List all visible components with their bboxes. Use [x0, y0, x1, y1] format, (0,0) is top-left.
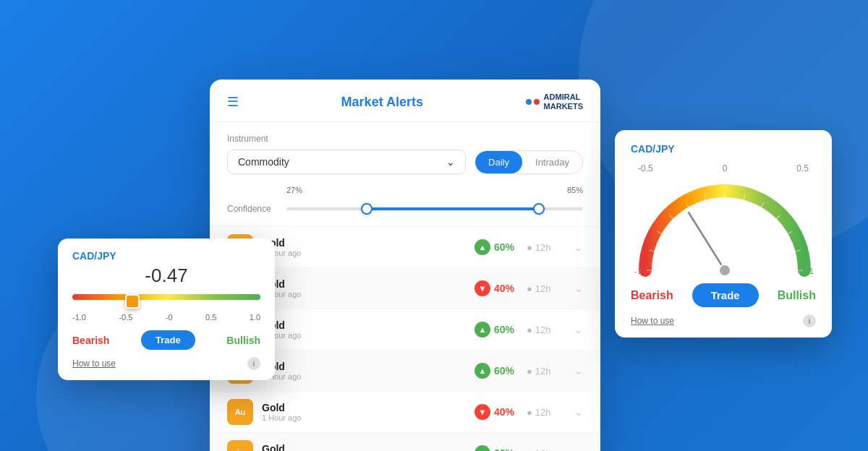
duration-value: 12h [535, 242, 551, 253]
bearish-label: Bearish [72, 335, 109, 346]
info-icon-large[interactable]: i [803, 314, 816, 327]
info-icon-small[interactable]: i [247, 357, 260, 370]
confidence-values: 27% 85% [286, 186, 583, 194]
instrument-select[interactable]: Commodity ⌄ [227, 150, 466, 174]
confidence-slider[interactable] [286, 202, 583, 216]
cad-bar-track [72, 294, 260, 300]
duration-value: 12h [535, 283, 551, 294]
clock-icon: ● [527, 448, 532, 451]
how-to-use-link-large[interactable]: How to use [631, 316, 674, 326]
trade-button-small[interactable]: Trade [141, 330, 195, 350]
clock-icon: ● [527, 325, 532, 335]
duration-value: 12h [535, 407, 551, 418]
panel-body: Instrument Commodity ⌄ Daily Intraday 27… [210, 122, 600, 216]
alert-info: Gold 1 Hour ago [262, 237, 466, 257]
cad-large-actions: Bearish Trade Bullish [631, 283, 816, 307]
alert-badge: Au [227, 399, 253, 425]
scale-label: -0.5 [119, 313, 132, 322]
gauge-bearish-label: Bearish [631, 289, 673, 302]
gauge-labels-top: -0.5 0 0.5 [631, 163, 816, 173]
alert-signal-up: ▲ 60% [475, 322, 518, 338]
cad-card-small: CAD/JPY -0.47 -1.0 -0.5 -0 0.5 1.0 Beari… [58, 239, 275, 380]
table-row: Au Gold 1 Hour ago ▼ 40% ● 12h ⌄ [210, 392, 600, 433]
alert-name: Gold [262, 361, 466, 372]
svg-text:-1: -1 [634, 267, 642, 275]
row-chevron-icon[interactable]: ⌄ [574, 365, 583, 377]
panel-title: Market Alerts [341, 95, 423, 110]
admiral-logo: ADMIRAL MARKETS [526, 93, 583, 111]
admiral-dot-blue [526, 99, 532, 105]
gauge-label-zero: 0 [723, 163, 728, 173]
signal-value: 60% [494, 324, 514, 335]
alert-name: Gold [262, 237, 466, 249]
confidence-label: Confidence [227, 204, 278, 214]
alert-time: 1 Hour ago [262, 372, 466, 381]
signal-value: 40% [494, 406, 514, 418]
instrument-row: Commodity ⌄ Daily Intraday [227, 150, 583, 174]
clock-icon: ● [527, 407, 532, 418]
cad-small-footer: How to use i [72, 357, 260, 370]
cad-small-title: CAD/JPY [72, 250, 260, 262]
cad-small-value: -0.47 [72, 265, 260, 287]
scale-label: 1.0 [250, 313, 260, 322]
period-daily-button[interactable]: Daily [475, 151, 522, 173]
signal-up-icon: ▲ [475, 322, 490, 338]
duration-value: 12h [535, 325, 551, 335]
slider-track [286, 207, 583, 210]
alert-info: Gold 1 Hour ago [262, 361, 466, 381]
admiral-dots [526, 99, 540, 105]
slider-thumb-right[interactable] [533, 203, 545, 215]
row-chevron-icon[interactable]: ⌄ [574, 283, 583, 294]
alert-time: 1 Hour ago [262, 290, 466, 298]
duration-value: 12h [535, 448, 551, 451]
slider-thumb-left[interactable] [361, 203, 373, 215]
clock-icon: ● [527, 283, 532, 294]
signal-up-icon: ▲ [475, 239, 490, 255]
svg-line-15 [689, 212, 725, 270]
alert-name: Gold [262, 443, 466, 451]
alert-duration: ● 12h [527, 366, 563, 377]
filter-icon[interactable]: ☰ [227, 94, 239, 110]
cad-bar-thumb [125, 294, 140, 309]
signal-value: 60% [494, 365, 514, 377]
alert-signal-down: ▼ 40% [475, 280, 518, 296]
alert-signal-up: ▲ 60% [475, 445, 518, 451]
alert-info: Gold 1 Hour ago [262, 402, 466, 422]
cad-large-footer: How to use i [631, 314, 816, 327]
duration-value: 12h [535, 366, 551, 377]
clock-icon: ● [527, 366, 532, 377]
confidence-min: 27% [286, 186, 302, 194]
alert-signal-up: ▲ 60% [475, 239, 518, 255]
panel-header: ☰ Market Alerts ADMIRAL MARKETS [210, 80, 600, 122]
trade-button-large[interactable]: Trade [692, 283, 759, 307]
instrument-label: Instrument [227, 134, 583, 144]
gauge-label-plus-half: 0.5 [796, 163, 809, 173]
alert-time: 1 Hour ago [262, 331, 466, 340]
gauge-bullish-label: Bullish [778, 289, 816, 302]
alert-time: 1 Hour ago [262, 413, 466, 422]
alert-duration: ● 12h [527, 283, 563, 294]
scale-label: -1.0 [72, 313, 86, 322]
how-to-use-link-small[interactable]: How to use [72, 358, 116, 369]
instrument-value: Commodity [238, 156, 289, 168]
row-chevron-icon[interactable]: ⌄ [574, 447, 583, 451]
alert-duration: ● 12h [527, 407, 563, 418]
alert-badge: Au [227, 440, 253, 451]
alert-time: 1 Hour ago [262, 249, 466, 257]
scale-label: -0 [166, 313, 173, 322]
admiral-dot-red [534, 99, 540, 105]
scale-label: 0.5 [205, 313, 216, 322]
svg-text:1: 1 [809, 267, 814, 275]
row-chevron-icon[interactable]: ⌄ [574, 406, 583, 418]
signal-value: 40% [494, 283, 514, 294]
period-toggle: Daily Intraday [475, 150, 583, 174]
signal-up-icon: ▲ [475, 445, 490, 451]
alert-info: Gold 1 Hour ago [262, 319, 466, 340]
period-intraday-button[interactable]: Intraday [522, 151, 582, 173]
row-chevron-icon[interactable]: ⌄ [574, 324, 583, 335]
cad-scale-bar [72, 294, 260, 309]
row-chevron-icon[interactable]: ⌄ [574, 241, 583, 253]
alert-info: Gold 1 Hour ago [262, 443, 466, 451]
clock-icon: ● [527, 242, 532, 253]
alert-info: Gold 1 Hour ago [262, 278, 466, 298]
